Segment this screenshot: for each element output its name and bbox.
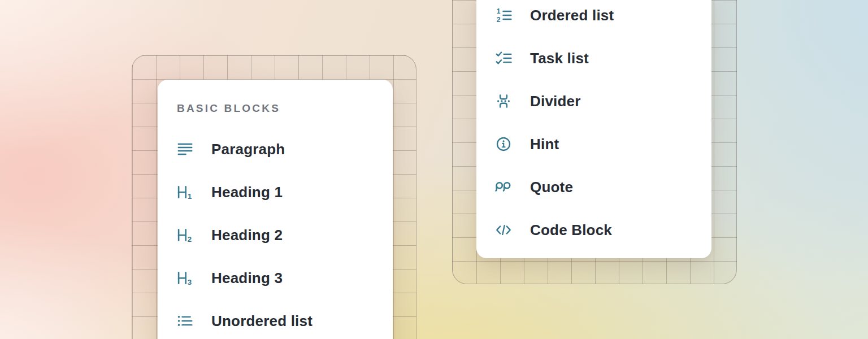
menu-item-label: Paragraph: [211, 141, 285, 158]
section-label: BASIC BLOCKS: [177, 100, 393, 117]
menu-item-label: Hint: [530, 136, 559, 153]
menu-item-label: Heading 2: [211, 227, 283, 244]
paragraph-icon: [176, 140, 194, 158]
svg-text:3: 3: [188, 278, 192, 286]
svg-text:2: 2: [188, 235, 192, 244]
task-list-icon: [494, 49, 513, 67]
svg-text:1: 1: [497, 7, 501, 15]
code-block-icon: [494, 221, 513, 239]
menu-item-paragraph[interactable]: Paragraph: [158, 128, 393, 171]
quote-icon: [494, 178, 513, 196]
menu-item-heading-1[interactable]: 1 Heading 1: [158, 171, 393, 214]
menu-item-task-list[interactable]: Task list: [476, 37, 711, 80]
menu-item-ordered-list[interactable]: 1 2 Ordered list: [476, 0, 711, 37]
heading-1-icon: 1: [176, 183, 194, 201]
svg-text:1: 1: [188, 192, 192, 201]
menu-item-quote[interactable]: Quote: [476, 166, 711, 208]
menu-item-unordered-list[interactable]: Unordered list: [158, 299, 393, 339]
menu-item-label: Heading 3: [211, 270, 283, 287]
svg-text:2: 2: [497, 16, 501, 24]
menu-item-heading-2[interactable]: 2 Heading 2: [158, 214, 393, 257]
divider-icon: [494, 92, 513, 110]
unordered-list-icon: [176, 312, 194, 330]
basic-blocks-menu: BASIC BLOCKS Paragraph 1 Heading 1 2 Hea…: [158, 80, 393, 339]
blocks-menu-continued: 1 2 Ordered list Task list: [476, 0, 711, 258]
ordered-list-icon: 1 2: [494, 6, 513, 24]
menu-item-label: Heading 1: [211, 184, 283, 201]
hint-icon: [494, 135, 513, 153]
menu-item-label: Task list: [530, 50, 589, 67]
menu-item-hint[interactable]: Hint: [476, 123, 711, 166]
heading-3-icon: 3: [176, 269, 194, 287]
menu-item-label: Code Block: [530, 221, 612, 239]
heading-2-icon: 2: [176, 226, 194, 244]
menu-item-label: Divider: [530, 93, 581, 110]
menu-item-heading-3[interactable]: 3 Heading 3: [158, 257, 393, 299]
menu-item-code-block[interactable]: Code Block: [476, 208, 711, 251]
menu-item-label: Quote: [530, 179, 573, 196]
menu-item-label: Unordered list: [211, 312, 313, 330]
menu-item-divider[interactable]: Divider: [476, 80, 711, 123]
menu-item-label: Ordered list: [530, 7, 614, 24]
